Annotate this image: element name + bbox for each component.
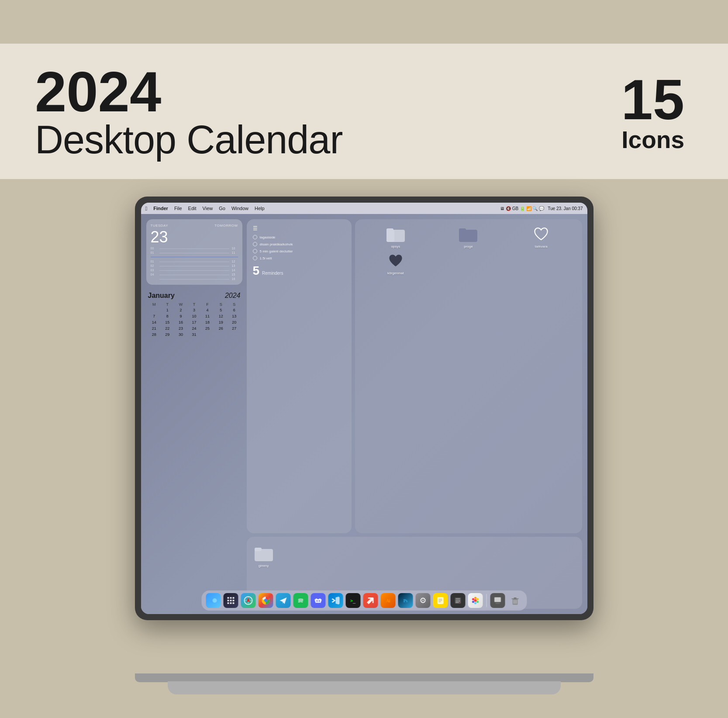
left-panel: TUESDAY TOMORROW 23 00 10 xyxy=(146,219,242,609)
dock-vscode[interactable] xyxy=(328,593,343,608)
svg-point-38 xyxy=(459,602,460,603)
day-27: 27 xyxy=(228,326,241,331)
menubar-time: Tue 23. Jan 00:37 xyxy=(548,206,583,211)
svg-rect-10 xyxy=(230,597,231,599)
dock-telegram[interactable] xyxy=(276,593,290,608)
laptop-screen:  Finder File Edit View Go Window Help 🖥… xyxy=(141,203,587,614)
reminder-text-3: 5 min galerii declutter xyxy=(260,249,293,253)
folder-opsys-name: opsys xyxy=(391,245,400,249)
dock-safari[interactable] xyxy=(241,593,255,608)
day-21: 21 xyxy=(148,326,161,331)
menu-finder[interactable]: Finder xyxy=(153,206,168,211)
svg-rect-17 xyxy=(232,602,234,604)
dock-git[interactable] xyxy=(363,593,378,608)
svg-point-41 xyxy=(476,598,479,601)
day-25: 25 xyxy=(201,326,214,331)
dh-t2: T xyxy=(188,302,200,307)
folder-opsys[interactable]: opsys xyxy=(361,225,431,249)
dock-photos[interactable] xyxy=(468,593,483,608)
menu-edit[interactable]: Edit xyxy=(188,206,197,211)
count-number: 15 xyxy=(621,71,684,128)
svg-point-26 xyxy=(318,601,320,602)
reminder-circle-4 xyxy=(253,256,257,260)
day-empty-4 xyxy=(228,332,241,337)
dock-settings[interactable]: ⚙ xyxy=(415,593,430,608)
reminders-label: Reminders xyxy=(262,271,283,276)
dock-terminal[interactable]: >_ xyxy=(345,593,360,608)
dock-quicklook[interactable] xyxy=(490,593,505,608)
cal-line-5 xyxy=(159,270,229,272)
day-18: 18 xyxy=(201,320,214,325)
cal-line-3 xyxy=(159,262,229,263)
svg-rect-15 xyxy=(227,602,229,604)
svg-rect-48 xyxy=(495,603,500,604)
menubar-left:  Finder File Edit View Go Window Help xyxy=(145,205,265,212)
svg-rect-51 xyxy=(514,597,516,599)
folder-gimmy-name: gimmy xyxy=(259,564,269,568)
calendar-widget: TUESDAY TOMORROW 23 00 10 xyxy=(146,219,242,285)
reminders-list-icon: ☰ xyxy=(253,225,258,231)
reminders-header: ☰ xyxy=(253,225,345,231)
right-area: ☰ tagasiside disain praktika/kohvik xyxy=(247,219,582,609)
day-29: 29 xyxy=(161,332,174,337)
menu-window[interactable]: Window xyxy=(231,206,248,211)
dh-w: W xyxy=(175,302,187,307)
day-label: TUESDAY xyxy=(151,224,169,228)
cal-time-row-3: 01 12 xyxy=(151,260,238,263)
folder-proge[interactable]: proge xyxy=(434,225,503,249)
dock-illustrator[interactable]: Ai xyxy=(380,593,395,608)
dock-chrome[interactable] xyxy=(258,593,273,608)
desktop: TUESDAY TOMORROW 23 00 10 xyxy=(141,214,587,614)
menu-view[interactable]: View xyxy=(203,206,213,211)
svg-point-37 xyxy=(457,602,458,603)
day-7: 7 xyxy=(148,314,161,319)
cal-line xyxy=(159,249,229,250)
svg-rect-12 xyxy=(227,600,229,601)
dock: >_ Ai Ps ⚙ xyxy=(201,590,527,611)
menubar:  Finder File Edit View Go Window Help 🖥… xyxy=(141,203,587,214)
menu-go[interactable]: Go xyxy=(219,206,225,211)
day-12: 12 xyxy=(214,314,227,319)
count-label: Icons xyxy=(621,128,684,152)
dock-launchpad[interactable] xyxy=(223,593,238,608)
folder-gimmy[interactable]: gimmy xyxy=(253,545,275,568)
folder-area: opsys xyxy=(355,219,582,533)
dock-photoshop[interactable]: Ps xyxy=(398,593,413,608)
dock-notes[interactable] xyxy=(433,593,448,608)
menu-file[interactable]: File xyxy=(174,206,182,211)
svg-point-43 xyxy=(474,602,476,604)
day-6: 6 xyxy=(228,307,241,313)
menu-help[interactable]: Help xyxy=(255,206,265,211)
dock-discord[interactable] xyxy=(311,593,325,608)
svg-point-44 xyxy=(472,601,474,603)
folder-tarkvara[interactable]: tarkvara xyxy=(507,225,576,249)
reminder-item-1: tagasiside xyxy=(253,235,345,239)
day-20: 20 xyxy=(228,320,241,325)
cal-line-6 xyxy=(159,275,229,276)
day-empty-2 xyxy=(201,332,214,337)
month-name: January xyxy=(148,292,175,300)
dh-s1: S xyxy=(214,302,227,307)
svg-point-42 xyxy=(476,601,479,603)
dh-m: M xyxy=(148,302,161,307)
dock-trash[interactable] xyxy=(507,593,522,608)
day-16: 16 xyxy=(175,320,187,325)
day-15: 15 xyxy=(161,320,174,325)
dock-finder[interactable] xyxy=(206,593,221,608)
day-26: 26 xyxy=(214,326,227,331)
time-03: 03 xyxy=(151,269,157,272)
folder-korgenmat[interactable]: körgenmat xyxy=(361,252,431,275)
cal-time-row-7: 16 xyxy=(151,277,238,280)
folder-korgenmat-name: körgenmat xyxy=(387,271,404,275)
apple-logo[interactable]:  xyxy=(145,205,148,212)
day-11: 11 xyxy=(201,314,214,319)
svg-rect-13 xyxy=(230,600,231,601)
month-calendar: January 2024 M T W T F S S xyxy=(146,288,242,341)
reminders-widget[interactable]: ☰ tagasiside disain praktika/kohvik xyxy=(247,219,352,533)
main-area:  Finder File Edit View Go Window Help 🖥… xyxy=(0,179,728,718)
svg-rect-6 xyxy=(255,548,262,551)
svg-point-39 xyxy=(474,599,476,602)
dock-calculator[interactable] xyxy=(450,593,465,608)
dock-spotify[interactable] xyxy=(293,593,308,608)
svg-rect-9 xyxy=(227,597,229,599)
